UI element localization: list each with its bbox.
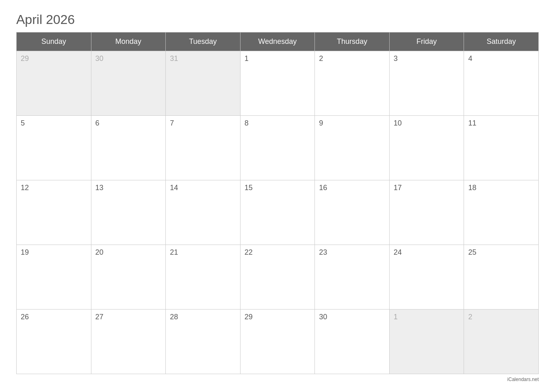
day-number: 30 <box>95 54 104 63</box>
header-cell-wednesday: Wednesday <box>240 32 315 51</box>
day-number: 7 <box>170 119 174 127</box>
week-row-4: 262728293012 <box>17 310 539 374</box>
page-wrapper: April 2026 SundayMondayTuesdayWednesdayT… <box>0 0 555 392</box>
day-number: 26 <box>21 313 29 321</box>
day-number: 25 <box>468 248 476 256</box>
day-number: 18 <box>468 184 476 192</box>
calendar-cell: 15 <box>240 180 315 245</box>
calendar-cell: 20 <box>91 245 166 310</box>
header-cell-thursday: Thursday <box>315 32 390 51</box>
calendar-cell: 7 <box>166 116 241 180</box>
calendar-cell: 14 <box>166 180 241 245</box>
calendar-cell: 30 <box>315 310 390 374</box>
header-cell-saturday: Saturday <box>464 32 539 51</box>
day-number: 31 <box>170 54 178 63</box>
day-number: 12 <box>21 184 29 192</box>
header-cell-monday: Monday <box>91 32 166 51</box>
calendar-cell: 26 <box>17 310 91 374</box>
calendar-cell: 2 <box>315 51 390 116</box>
day-number: 23 <box>319 248 327 256</box>
day-number: 1 <box>245 54 249 63</box>
calendar-cell: 12 <box>17 180 91 245</box>
day-number: 2 <box>468 313 472 321</box>
calendar-cell: 1 <box>389 310 464 374</box>
day-number: 10 <box>394 119 402 127</box>
day-number: 3 <box>394 54 398 63</box>
calendar-title: April 2026 <box>16 12 539 27</box>
header-cell-friday: Friday <box>389 32 464 51</box>
week-row-2: 12131415161718 <box>17 180 539 245</box>
calendar-cell: 8 <box>240 116 315 180</box>
day-number: 6 <box>95 119 100 127</box>
header-row: SundayMondayTuesdayWednesdayThursdayFrid… <box>17 32 539 51</box>
day-number: 2 <box>319 54 323 63</box>
calendar-cell: 22 <box>240 245 315 310</box>
calendar-cell: 23 <box>315 245 390 310</box>
header-cell-tuesday: Tuesday <box>166 32 241 51</box>
day-number: 15 <box>245 184 253 192</box>
calendar-cell: 29 <box>17 51 91 116</box>
calendar-cell: 30 <box>91 51 166 116</box>
day-number: 11 <box>468 119 476 127</box>
calendar-cell: 18 <box>464 180 539 245</box>
week-row-3: 19202122232425 <box>17 245 539 310</box>
day-number: 17 <box>394 184 402 192</box>
day-number: 9 <box>319 119 323 127</box>
day-number: 19 <box>21 248 29 256</box>
calendar-cell: 17 <box>389 180 464 245</box>
calendar-cell: 16 <box>315 180 390 245</box>
calendar-cell: 13 <box>91 180 166 245</box>
day-number: 13 <box>95 184 104 192</box>
calendar-cell: 1 <box>240 51 315 116</box>
header-cell-sunday: Sunday <box>17 32 91 51</box>
calendar-cell: 24 <box>389 245 464 310</box>
calendar-cell: 6 <box>91 116 166 180</box>
calendar-cell: 9 <box>315 116 390 180</box>
calendar-cell: 29 <box>240 310 315 374</box>
day-number: 14 <box>170 184 178 192</box>
calendar-cell: 25 <box>464 245 539 310</box>
day-number: 29 <box>245 313 253 321</box>
day-number: 16 <box>319 184 327 192</box>
footer-credit: iCalendars.net <box>16 374 539 384</box>
day-number: 27 <box>95 313 104 321</box>
day-number: 22 <box>245 248 253 256</box>
calendar-cell: 31 <box>166 51 241 116</box>
day-number: 24 <box>394 248 402 256</box>
calendar-cell: 10 <box>389 116 464 180</box>
calendar-cell: 5 <box>17 116 91 180</box>
calendar-cell: 4 <box>464 51 539 116</box>
day-number: 20 <box>95 248 104 256</box>
day-number: 4 <box>468 54 472 63</box>
day-number: 21 <box>170 248 178 256</box>
calendar-header: SundayMondayTuesdayWednesdayThursdayFrid… <box>17 32 539 51</box>
calendar-cell: 27 <box>91 310 166 374</box>
calendar-cell: 2 <box>464 310 539 374</box>
calendar-cell: 11 <box>464 116 539 180</box>
day-number: 30 <box>319 313 327 321</box>
calendar-body: 2930311234567891011121314151617181920212… <box>17 51 539 374</box>
day-number: 5 <box>21 119 25 127</box>
day-number: 29 <box>21 54 29 63</box>
calendar-cell: 28 <box>166 310 241 374</box>
calendar-table: SundayMondayTuesdayWednesdayThursdayFrid… <box>16 32 539 374</box>
week-row-0: 2930311234 <box>17 51 539 116</box>
day-number: 1 <box>394 313 398 321</box>
day-number: 8 <box>245 119 249 127</box>
week-row-1: 567891011 <box>17 116 539 180</box>
calendar-cell: 3 <box>389 51 464 116</box>
calendar-cell: 21 <box>166 245 241 310</box>
calendar-cell: 19 <box>17 245 91 310</box>
day-number: 28 <box>170 313 178 321</box>
